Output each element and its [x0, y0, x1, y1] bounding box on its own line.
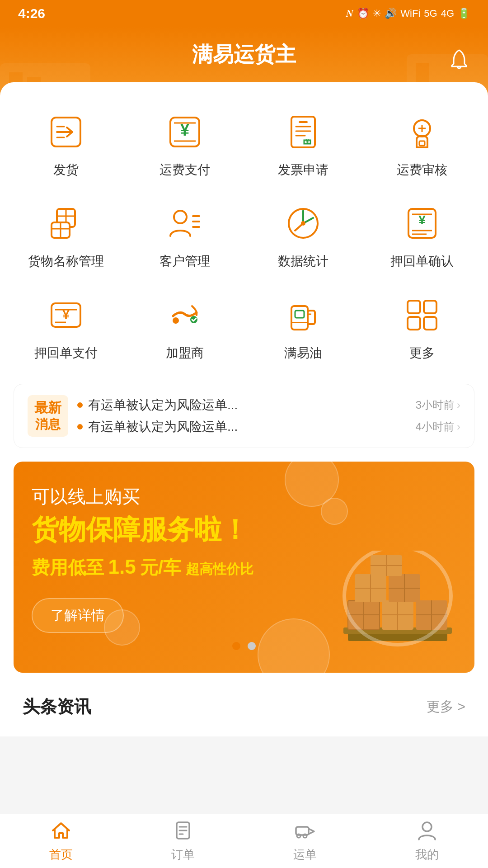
- news-more-link[interactable]: 更多 >: [427, 698, 465, 716]
- menu-item-ship[interactable]: 发货: [9, 100, 123, 187]
- svg-point-82: [303, 834, 307, 838]
- news-tag: 最新 消息: [28, 395, 68, 436]
- menu-label-more: 更多: [409, 345, 435, 361]
- menu-item-partner[interactable]: 加盟商: [128, 283, 242, 370]
- stats-icon: [281, 201, 326, 246]
- menu-label-oil: 满易油: [284, 345, 322, 361]
- menu-item-oil[interactable]: 满易油: [246, 283, 361, 370]
- svg-rect-51: [424, 301, 436, 313]
- status-icons: 𝑵 ⏰ ✳ 🔊 WiFi 5G 4G 🔋: [346, 8, 470, 19]
- menu-item-returnpay[interactable]: ¥ 押回单支付: [9, 283, 123, 370]
- promo-dot-2[interactable]: [248, 642, 256, 650]
- news-dot-2: [77, 424, 83, 429]
- returnpay-icon: ¥: [43, 292, 89, 338]
- svg-text:¥: ¥: [305, 137, 309, 145]
- news-items-list: 有运单被认定为风险运单... 3小时前 › 有运单被认定为风险运单... 4小时…: [77, 396, 460, 435]
- mine-icon: [416, 820, 438, 843]
- svg-point-81: [297, 834, 300, 838]
- menu-label-goods: 货物名称管理: [28, 253, 104, 269]
- promo-price: 1.5: [108, 556, 136, 578]
- audit-icon: [399, 109, 445, 155]
- waybill-icon: [294, 820, 316, 843]
- nav-home-label: 首页: [49, 847, 73, 863]
- nav-mine-label: 我的: [415, 847, 439, 863]
- menu-item-stats[interactable]: 数据统计: [246, 192, 361, 278]
- svg-point-28: [174, 211, 187, 223]
- menu-label-freight: 运费支付: [160, 162, 210, 178]
- promo-text3-extra: 超高性价比: [186, 561, 253, 576]
- news-banner: 最新 消息 有运单被认定为风险运单... 3小时前 › 有运单被认定为风险运单.…: [14, 384, 474, 448]
- news-text-1: 有运单被认定为风险运单...: [88, 396, 416, 414]
- svg-point-83: [422, 822, 432, 831]
- menu-label-returnconfirm: 押回单确认: [390, 253, 454, 269]
- menu-label-ship: 发货: [53, 162, 79, 178]
- svg-rect-21: [419, 141, 425, 146]
- menu-item-audit[interactable]: 运费审核: [365, 100, 479, 187]
- news-dot-1: [77, 402, 83, 408]
- svg-point-33: [301, 221, 305, 226]
- promo-text2: 货物保障服务啦！: [32, 514, 456, 546]
- promo-text3-suffix: 元/车: [140, 557, 181, 577]
- news-chevron-2: ›: [457, 420, 460, 433]
- menu-item-more[interactable]: 更多: [365, 283, 479, 370]
- home-icon: [50, 820, 72, 843]
- menu-item-goods[interactable]: 货物名称管理: [9, 192, 123, 278]
- nav-waybill-label: 运单: [293, 847, 317, 863]
- menu-item-returnconfirm[interactable]: ¥ 押回单确认: [365, 192, 479, 278]
- menu-item-invoice[interactable]: ¥ 发票申请: [246, 100, 361, 187]
- svg-rect-53: [424, 317, 436, 330]
- status-time: 4:26: [18, 6, 45, 21]
- main-content-card: 发货 ¥ 运费支付: [0, 82, 488, 736]
- promo-banner: 可以线上购买 货物保障服务啦！ 费用低至 1.5 元/车 超高性价比 了解详情: [14, 462, 474, 673]
- more-icon: [399, 292, 445, 338]
- news-tag-line2: 消息: [33, 416, 63, 433]
- news-time-2: 4小时前 ›: [416, 420, 460, 434]
- menu-grid: 发货 ¥ 运费支付: [9, 100, 479, 370]
- promo-dot-1[interactable]: [232, 642, 240, 650]
- menu-item-freight[interactable]: ¥ 运费支付: [128, 100, 242, 187]
- news-time-1: 3小时前 ›: [416, 398, 460, 412]
- bell-icon[interactable]: [448, 48, 470, 75]
- menu-label-stats: 数据统计: [278, 253, 328, 269]
- news-chevron-1: ›: [457, 399, 460, 411]
- menu-label-returnpay: 押回单支付: [34, 345, 98, 361]
- nav-home[interactable]: 首页: [0, 814, 122, 868]
- news-tag-line1: 最新: [33, 399, 63, 416]
- svg-rect-52: [408, 317, 420, 330]
- goods-icon: [43, 201, 89, 246]
- menu-label-partner: 加盟商: [166, 345, 204, 361]
- svg-point-44: [172, 317, 179, 324]
- ship-icon: [43, 109, 89, 155]
- news-section-title: 头条资讯: [23, 695, 91, 718]
- partner-icon: [162, 292, 207, 338]
- news-item-1[interactable]: 有运单被认定为风险运单... 3小时前 ›: [77, 396, 460, 414]
- page-title: 满易运货主: [18, 41, 470, 69]
- bottom-nav: 首页 订单 运单: [0, 814, 488, 868]
- svg-text:¥: ¥: [418, 213, 426, 227]
- order-icon: [172, 820, 194, 843]
- customer-icon: [162, 201, 207, 246]
- promo-learn-more-button[interactable]: 了解详情: [32, 598, 124, 633]
- menu-label-invoice: 发票申请: [278, 162, 328, 178]
- menu-label-audit: 运费审核: [397, 162, 447, 178]
- svg-rect-47: [295, 311, 304, 318]
- promo-boxes-illustration: [339, 551, 456, 659]
- nav-mine[interactable]: 我的: [366, 814, 488, 868]
- menu-label-customer: 客户管理: [160, 253, 210, 269]
- freight-icon: ¥: [162, 109, 207, 155]
- status-bar: 4:26 𝑵 ⏰ ✳ 🔊 WiFi 5G 4G 🔋: [0, 0, 488, 27]
- oil-icon: [281, 292, 326, 338]
- nav-order[interactable]: 订单: [122, 814, 244, 868]
- nav-waybill[interactable]: 运单: [244, 814, 366, 868]
- invoice-icon: ¥: [281, 109, 326, 155]
- returnconfirm-icon: ¥: [399, 201, 445, 246]
- news-item-2[interactable]: 有运单被认定为风险运单... 4小时前 ›: [77, 418, 460, 435]
- svg-rect-50: [408, 301, 420, 313]
- news-text-2: 有运单被认定为风险运单...: [88, 418, 416, 435]
- promo-text1: 可以线上购买: [32, 484, 456, 509]
- promo-text3-prefix: 费用低至: [32, 557, 104, 577]
- svg-rect-46: [308, 311, 315, 324]
- news-section-header: 头条资讯 更多 >: [9, 686, 479, 727]
- menu-item-customer[interactable]: 客户管理: [128, 192, 242, 278]
- nav-order-label: 订单: [171, 847, 195, 863]
